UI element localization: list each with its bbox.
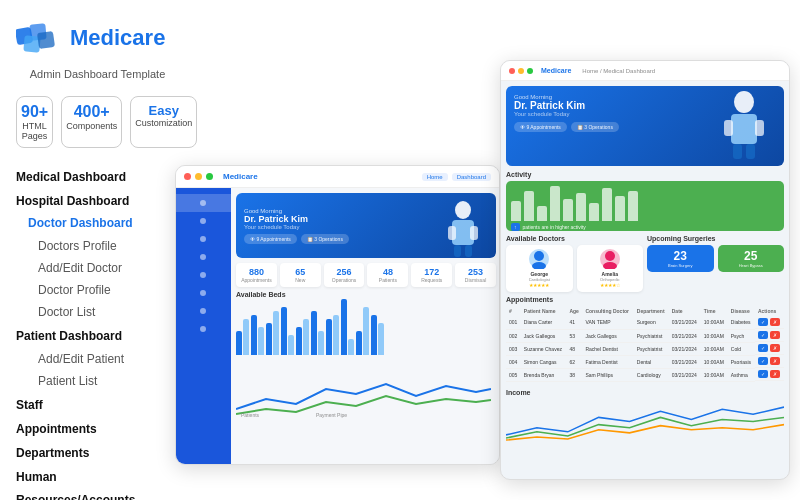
cs-stat-req-num: 172 [415, 267, 448, 277]
nav-doctor-list[interactable]: Doctor List [16, 301, 179, 323]
rs-income-section: Income [501, 386, 789, 441]
cs-si-patients[interactable] [176, 212, 231, 230]
td-actions[interactable]: ✓ ✗ [755, 342, 784, 355]
cs-si-rooms[interactable] [176, 284, 231, 302]
rs-activity-bars [511, 186, 779, 221]
action-view[interactable]: ✓ [758, 331, 768, 339]
cs-bar-8-a [356, 331, 362, 355]
td-actions[interactable]: ✓ ✗ [755, 368, 784, 381]
rs-ab-10 [628, 191, 638, 221]
table-row[interactable]: 005 Brenda Bryan 38 Sam Phillips Cardiol… [506, 368, 784, 381]
nav-hospital-dashboard[interactable]: Hospital Dashboard [16, 190, 179, 212]
nav-doctors-profile[interactable]: Doctors Profile [16, 235, 179, 257]
action-delete[interactable]: ✗ [770, 370, 780, 378]
cs-min-dot [195, 173, 202, 180]
cs-stat-appointments-num: 880 [240, 267, 273, 277]
nav-add-edit-doctor[interactable]: Add/Edit Doctor [16, 257, 179, 279]
td-id: 003 [506, 342, 521, 355]
action-view[interactable]: ✓ [758, 344, 768, 352]
rs-close-dot [509, 68, 515, 74]
table-row[interactable]: 001 Diana Carter 41 VAN TEMP Surgeon 03/… [506, 316, 784, 329]
rs-appointments-table: # Patient Name Age Consulting Doctor Dep… [506, 306, 784, 382]
nav-doctor-profile[interactable]: Doctor Profile [16, 279, 179, 301]
td-time: 10:00AM [701, 355, 728, 368]
rs-doc-stars-0: ★★★★★ [510, 282, 569, 288]
cs-bars [236, 300, 496, 355]
cs-si-settings[interactable] [176, 320, 231, 338]
rs-activity-badge: ↑ [511, 223, 520, 231]
nav-departments[interactable]: Departments [16, 442, 179, 464]
td-disease: Psoriasis [728, 355, 755, 368]
td-name: Simon Cangas [521, 355, 567, 368]
badge-comp-lbl: Components [66, 121, 117, 131]
cs-si-doctors[interactable] [176, 230, 231, 248]
td-disease: Asthma [728, 368, 755, 381]
rs-ab-4 [550, 186, 560, 221]
rs-hero-illustration [714, 86, 774, 166]
table-row[interactable]: 002 Jack Gallegos 53 Jack Gallegos Psych… [506, 329, 784, 342]
cs-si-appointments[interactable] [176, 248, 231, 266]
cs-bar-4-b [303, 319, 309, 355]
action-delete[interactable]: ✗ [770, 318, 780, 326]
td-actions[interactable]: ✓ ✗ [755, 316, 784, 329]
nav-doctor-dashboard[interactable]: Doctor Dashboard [16, 212, 179, 234]
rs-surgery-date-1: 25 [722, 249, 781, 263]
cs-stat-appointments: 880 Appointments [236, 263, 277, 287]
nav-add-edit-patient[interactable]: Add/Edit Patient [16, 348, 179, 370]
nav-hr-accounts[interactable]: Human Resources/Accounts [16, 466, 179, 500]
table-row[interactable]: 004 Simon Cangas 62 Fatima Dentist Denta… [506, 355, 784, 368]
cs-bar-5-b [318, 331, 324, 355]
nav-medical-dashboard[interactable]: Medical Dashboard [16, 166, 179, 188]
svg-point-12 [734, 91, 754, 113]
rs-surgery-lbl-0: Brain Surgery [651, 263, 710, 268]
cs-si-departments[interactable] [176, 266, 231, 284]
svg-rect-14 [724, 120, 733, 136]
svg-rect-17 [746, 144, 755, 159]
td-dept: Psychiatrist [634, 342, 669, 355]
cs-si-staff[interactable] [176, 302, 231, 320]
td-dept: Surgeon [634, 316, 669, 329]
cs-max-dot [206, 173, 213, 180]
badge-easy-lbl: Customization [135, 118, 192, 128]
cs-bar-1-b [258, 327, 264, 355]
left-panel: Medicare Admin Dashboard Template 90+ HT… [0, 0, 195, 500]
td-dept: Psychiatrist [634, 329, 669, 342]
badge-html-num: 90+ [21, 103, 48, 121]
nav-patient-dashboard[interactable]: Patient Dashboard [16, 325, 179, 347]
td-date: 03/21/2024 [669, 316, 701, 329]
action-delete[interactable]: ✗ [770, 357, 780, 365]
td-doctor: Rachel Dentist [582, 342, 633, 355]
rs-ab-7 [589, 203, 599, 221]
cs-hero-text: Good Morning Dr. Patrick Kim Your schedu… [244, 208, 349, 244]
nav-staff[interactable]: Staff [16, 394, 179, 416]
td-age: 62 [566, 355, 582, 368]
cs-bar-group-0 [236, 319, 249, 355]
action-view[interactable]: ✓ [758, 318, 768, 326]
rs-activity-title: Activity [506, 171, 784, 178]
cs-pill-operations: 📋 3 Operations [301, 234, 349, 244]
svg-point-21 [603, 262, 617, 269]
action-delete[interactable]: ✗ [770, 331, 780, 339]
cs-si-dashboard[interactable] [176, 194, 231, 212]
td-actions[interactable]: ✓ ✗ [755, 329, 784, 342]
td-id: 004 [506, 355, 521, 368]
table-row[interactable]: 003 Suzanne Chavez 48 Rachel Dentist Psy… [506, 342, 784, 355]
td-actions[interactable]: ✓ ✗ [755, 355, 784, 368]
rs-income-chart [506, 398, 784, 443]
cs-stat-dis-num: 253 [459, 267, 492, 277]
td-date: 03/21/2024 [669, 342, 701, 355]
rs-upcoming-surgeries: Upcoming Surgeries 23 Brain Surgery 25 H… [647, 235, 784, 292]
td-doctor: Sam Phillips [582, 368, 633, 381]
action-view[interactable]: ✓ [758, 370, 768, 378]
cs-bar-7-b [348, 339, 354, 355]
td-time: 10:00AM [701, 342, 728, 355]
cs-stats-row: 880 Appointments 65 New 256 Operations 4… [231, 263, 500, 287]
nav-patient-list[interactable]: Patient List [16, 370, 179, 392]
page-wrapper: Medicare Admin Dashboard Template 90+ HT… [0, 0, 800, 500]
badge-easy-num: Easy [135, 103, 192, 118]
action-delete[interactable]: ✗ [770, 344, 780, 352]
nav-appointments[interactable]: Appointments [16, 418, 179, 440]
action-view[interactable]: ✓ [758, 357, 768, 365]
rs-surgery-card-0: 23 Brain Surgery [647, 245, 714, 272]
cs-stat-new: 65 New [280, 263, 321, 287]
